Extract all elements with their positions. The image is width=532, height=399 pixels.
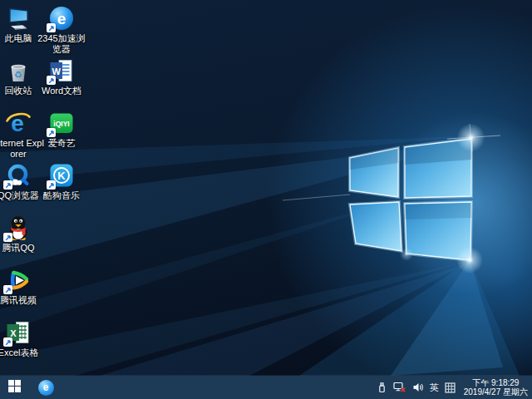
excel-icon: X xyxy=(5,319,32,346)
desktop-icon-2345-browser[interactable]: e 2345加速浏览器 xyxy=(35,5,88,55)
taskbar-2345-browser-button[interactable]: e xyxy=(33,376,58,399)
desktop-icon-label: 2345加速浏览器 xyxy=(35,33,88,55)
svg-text:e: e xyxy=(57,10,66,27)
word-icon: W xyxy=(48,57,75,84)
volume-icon[interactable] xyxy=(412,382,424,393)
desktop: 此电脑 e 2345加速浏览器 ♻ xyxy=(0,0,532,399)
desktop-icon-word[interactable]: W Word文档 xyxy=(35,57,88,96)
svg-text:W: W xyxy=(52,66,62,76)
desktop-icon-label: Excel表格 xyxy=(0,347,45,358)
desktop-icon-kugou-music[interactable]: K 酷狗音乐 xyxy=(35,162,88,201)
desktop-icon-label: 爱奇艺 xyxy=(35,138,88,149)
desktop-icon-label: 腾讯视频 xyxy=(0,295,45,306)
kugou-music-icon: K xyxy=(48,162,75,189)
start-button[interactable] xyxy=(0,376,28,399)
shortcut-arrow-icon xyxy=(47,128,56,137)
tencent-qq-icon xyxy=(5,214,32,241)
desktop-icon-label: 酷狗音乐 xyxy=(35,190,88,201)
desktop-icon-tencent-video[interactable]: 腾讯视频 xyxy=(0,267,45,306)
qq-browser-icon xyxy=(5,162,32,189)
desktop-icon-tencent-qq[interactable]: 腾讯QQ xyxy=(0,214,45,254)
desktop-icon-label: 腾讯QQ xyxy=(0,243,45,254)
tencent-video-icon xyxy=(5,267,32,293)
shortcut-arrow-icon xyxy=(3,337,12,347)
iqiyi-icon: iQIYI xyxy=(48,110,75,136)
shortcut-arrow-icon xyxy=(3,180,12,190)
system-tray: 英 下午 9:18:29 2019/4/27 星期六 xyxy=(377,378,532,397)
clock-time: 下午 9:18:29 xyxy=(464,378,528,388)
svg-text:iQIYI: iQIYI xyxy=(53,120,69,128)
svg-text:K: K xyxy=(57,170,66,182)
usb-icon[interactable] xyxy=(377,382,387,393)
network-disconnected-icon[interactable] xyxy=(393,382,406,393)
shortcut-arrow-icon xyxy=(3,285,12,294)
internet-explorer-icon: e xyxy=(5,110,32,136)
svg-text:♻: ♻ xyxy=(14,70,22,80)
touch-keyboard-icon[interactable] xyxy=(445,382,456,393)
taskbar-clock[interactable]: 下午 9:18:29 2019/4/27 星期六 xyxy=(464,378,528,397)
desktop-icon-excel[interactable]: X Excel表格 xyxy=(0,319,45,358)
clock-date: 2019/4/27 星期六 xyxy=(464,387,528,397)
windows-logo-icon xyxy=(8,380,21,395)
shortcut-arrow-icon xyxy=(47,23,56,32)
2345-browser-icon: e xyxy=(48,5,75,32)
taskbar: e xyxy=(0,376,532,399)
shortcut-arrow-icon xyxy=(3,233,12,242)
recycle-bin-icon: ♻ xyxy=(5,57,32,84)
shortcut-arrow-icon xyxy=(47,180,56,190)
this-pc-icon xyxy=(5,5,32,32)
svg-text:X: X xyxy=(10,328,17,338)
shortcut-arrow-icon xyxy=(47,76,56,85)
ime-language-indicator[interactable]: 英 xyxy=(430,383,439,392)
desktop-icon-label: Word文档 xyxy=(35,86,88,96)
desktop-icon-iqiyi[interactable]: iQIYI 爱奇艺 xyxy=(35,110,88,149)
2345-browser-taskbar-icon: e xyxy=(38,380,54,396)
